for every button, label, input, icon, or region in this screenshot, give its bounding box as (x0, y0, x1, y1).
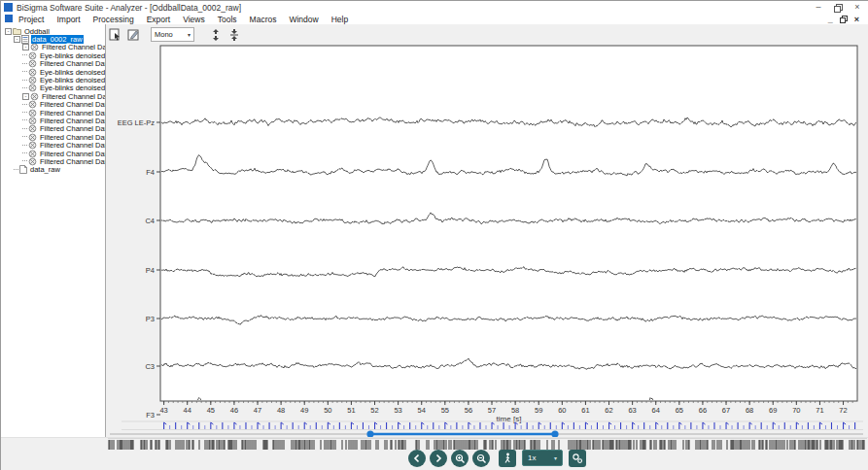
dataset-icon (21, 35, 29, 44)
playback-settings-button[interactable] (569, 450, 586, 467)
tree-connector (22, 63, 27, 65)
x-tick-label: 45 (207, 406, 215, 415)
position-slider[interactable] (110, 430, 863, 437)
x-tick-label: 63 (628, 406, 636, 415)
x-tick-label: 65 (676, 406, 683, 415)
tree-connector (22, 112, 27, 114)
x-tick-label: 69 (769, 406, 777, 415)
menu-item-window[interactable]: Window (289, 15, 318, 24)
step-forward-button[interactable] (430, 450, 447, 467)
x-tick-label: 52 (370, 406, 378, 415)
zoom-in-button[interactable] (451, 450, 469, 467)
channel-label: P3 (146, 315, 155, 323)
mdi-close-button[interactable]: × (854, 15, 859, 24)
tree-connector (22, 54, 27, 56)
overview-track[interactable] (108, 438, 867, 450)
x-tick-label: 57 (488, 406, 496, 415)
walking-person-icon (503, 453, 513, 465)
menu-item-help[interactable]: Help (331, 15, 348, 24)
menu-item-views[interactable]: Views (183, 15, 205, 24)
x-axis-label: time [s] (497, 415, 522, 423)
x-tick-label: 44 (184, 406, 191, 415)
tree-expander-icon[interactable]: - (14, 36, 20, 43)
menu-item-project[interactable]: Project (18, 15, 44, 24)
x-tick-label: 48 (277, 406, 285, 415)
chevron-down-icon: ▾ (554, 454, 557, 461)
x-tick-label: 68 (746, 406, 753, 415)
menu-items: ProjectImportProcessingExportViewsToolsM… (18, 14, 348, 24)
time-axis: 4344454647484950515253545556575859606162… (159, 401, 852, 423)
x-tick-label: 49 (300, 406, 308, 415)
x-tick-label: 72 (839, 406, 847, 415)
x-tick-label: 67 (722, 406, 730, 415)
walk-playback-button[interactable] (499, 450, 516, 467)
x-tick-label: 59 (535, 406, 542, 415)
page-icon (19, 165, 27, 174)
playback-speed-select[interactable]: 1x ▾ (522, 450, 563, 466)
step-back-button[interactable] (408, 450, 426, 467)
x-tick-label: 62 (605, 406, 612, 415)
document-icon (5, 15, 13, 22)
menu-item-macros[interactable]: Macros (250, 15, 277, 24)
zoom-out-icon (476, 453, 487, 464)
title-bar: BiSigma Software Suite - Analyzer - [Odd… (1, 1, 868, 15)
x-tick-label: 55 (441, 406, 449, 415)
x-tick-label: 54 (418, 406, 426, 415)
x-tick-label: 53 (394, 406, 401, 415)
tree-connector (22, 71, 27, 73)
tree-item-label: data_raw (29, 165, 61, 174)
mdi-minimize-button[interactable]: _ (828, 15, 833, 24)
tree-item-data-raw[interactable]: data_raw (3, 166, 104, 174)
chevron-left-icon (412, 453, 422, 463)
menu-item-import[interactable]: Import (56, 15, 80, 24)
slider-handle-left[interactable] (366, 430, 373, 437)
zoom-in-icon (455, 453, 466, 464)
channel-label: F4 (146, 168, 155, 177)
close-button[interactable]: × (851, 1, 863, 14)
x-tick-label: 47 (254, 406, 261, 415)
x-tick-label: 43 (159, 406, 167, 415)
tree-connector (22, 87, 27, 89)
mdi-restore-button[interactable] (840, 16, 848, 23)
minimize-button[interactable]: – (813, 1, 824, 14)
x-tick-label: 70 (792, 406, 800, 415)
app-window: BiSigma Software Suite - Analyzer - [Odd… (0, 0, 868, 470)
window-title: BiSigma Software Suite - Analyzer - [Odd… (17, 3, 241, 13)
tree-expander-icon[interactable]: - (22, 44, 29, 50)
channel-label: F3 (146, 411, 155, 420)
tree-connector (22, 145, 27, 147)
speed-label: 1x (528, 453, 536, 462)
slider-handle-right[interactable] (551, 430, 558, 437)
channel-label: P4 (146, 266, 155, 275)
channel-label: EEG LE-Pz (118, 118, 156, 127)
plot-frame (160, 46, 857, 401)
tree-connector (22, 80, 27, 82)
menu-item-tools[interactable]: Tools (218, 15, 237, 24)
x-tick-label: 60 (558, 406, 566, 415)
folder-icon (13, 27, 21, 35)
x-tick-label: 46 (230, 406, 238, 415)
gears-icon (572, 453, 583, 464)
tree-connector (22, 104, 27, 106)
menu-item-processing[interactable]: Processing (93, 15, 134, 24)
x-tick-label: 61 (581, 406, 589, 415)
restore-button[interactable] (834, 4, 842, 12)
x-tick-label: 56 (465, 406, 472, 415)
channel-label: C4 (145, 217, 155, 225)
tree-expander-icon[interactable]: - (22, 93, 29, 100)
x-tick-label: 51 (347, 406, 355, 415)
tree: -Oddball-data_0002_raw-Filtered Channel … (3, 27, 104, 174)
x-tick-label: 50 (324, 406, 331, 415)
menu-item-export[interactable]: Export (147, 15, 171, 24)
marker-track[interactable] (122, 421, 863, 430)
x-tick-label: 71 (816, 406, 823, 415)
app-icon (4, 3, 13, 12)
tree-connector (14, 169, 18, 171)
x-tick-label: 64 (652, 406, 660, 415)
tree-connector (22, 119, 27, 121)
eeg-chart-area[interactable]: EEG LE-PzF4C4P4P3C3F34344454647484950515… (106, 24, 868, 437)
tree-connector (22, 128, 27, 130)
tree-expander-icon[interactable]: - (5, 28, 12, 35)
zoom-out-button[interactable] (472, 450, 490, 467)
x-tick-label: 66 (699, 406, 707, 415)
